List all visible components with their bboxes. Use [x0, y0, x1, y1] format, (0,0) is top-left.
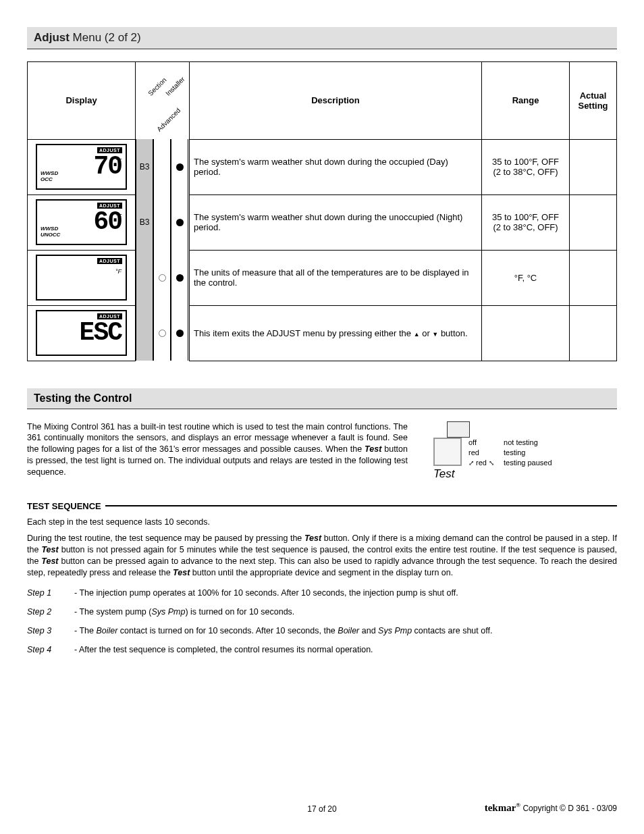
actual-cell	[570, 305, 617, 361]
table-row: ADJUSTESCThis item exits the ADJUST menu…	[28, 305, 617, 361]
testing-block: The Mixing Control 361 has a built-in te…	[27, 421, 617, 481]
adjust-menu-table: Display SectionInstallerAdvanced Descrip…	[27, 61, 617, 361]
col-display: Display	[28, 62, 136, 140]
step-row: Step 3- The Boiler contact is turned on …	[27, 626, 617, 635]
test-word: Test	[365, 444, 381, 454]
col-advanced: Advanced	[155, 107, 182, 133]
actual-cell	[570, 194, 617, 250]
step-row: Step 1- The injection pump operates at 1…	[27, 588, 617, 598]
description-cell: The system's warm weather shut down duri…	[190, 194, 482, 250]
copyright: Copyright © D 361 - 03/09	[522, 804, 617, 813]
description-cell: This item exits the ADJUST menu by press…	[190, 305, 482, 361]
access-cells	[136, 250, 190, 305]
step-text: - The system pump (Sys Pmp) is turned on…	[74, 607, 617, 617]
step-text: - After the test sequence is completed, …	[74, 645, 617, 654]
brand-logo: tekmar®	[485, 802, 520, 813]
sequence-intro: Each step in the test sequence lasts 10 …	[27, 517, 617, 528]
page-header: Adjust Menu (2 of 2)	[27, 27, 617, 49]
step-label: Step 3	[27, 626, 74, 635]
actual-cell	[570, 139, 617, 194]
steps-list: Step 1- The injection pump operates at 1…	[27, 588, 617, 654]
test-sequence-heading: TEST SEQUENCE	[27, 501, 617, 511]
col-installer: Installer	[164, 75, 186, 97]
step-text: - The Boiler contact is turned on for 10…	[74, 626, 617, 635]
table-row: ADJUST60°FWWSDUNOCCB3The system's warm w…	[28, 194, 617, 250]
display-cell: ADJUSTESC	[28, 305, 136, 361]
step-label: Step 4	[27, 645, 74, 654]
col-actual: Actual Setting	[570, 62, 617, 140]
sequence-paragraph: During the test routine, the test sequen…	[27, 533, 617, 579]
display-cell: ADJUST60°FWWSDUNOCC	[28, 194, 136, 250]
description-cell: The units of measure that all of the tem…	[190, 250, 482, 305]
indicator-box	[447, 421, 470, 438]
display-cell: ADJUST70°FWWSDOCC	[28, 139, 136, 194]
step-label: Step 2	[27, 607, 74, 617]
legend-meanings: not testing testing testing paused	[504, 438, 552, 469]
range-cell	[482, 305, 570, 361]
access-cells	[136, 305, 190, 361]
range-cell: °F, °C	[482, 250, 570, 305]
col-description: Description	[190, 62, 482, 140]
testing-title: Testing the Control	[27, 388, 617, 409]
actual-cell	[570, 250, 617, 305]
step-row: Step 4- After the test sequence is compl…	[27, 645, 617, 654]
range-cell: 35 to 100°F, OFF(2 to 38°C, OFF)	[482, 194, 570, 250]
step-text: - The injection pump operates at 100% fo…	[74, 588, 617, 598]
table-row: ADJUST°FThe units of measure that all of…	[28, 250, 617, 305]
access-cells: B3	[136, 194, 190, 250]
test-legend: off red ⤢ red ⤡ not testing testing test…	[468, 438, 552, 469]
page-number: 17 of 20	[307, 804, 336, 814]
range-cell: 35 to 100°F, OFF(2 to 38°C, OFF)	[482, 139, 570, 194]
header-bold: Adjust	[34, 31, 70, 44]
footer-right: tekmar® Copyright © D 361 - 03/09	[485, 802, 617, 814]
header-rest: Menu (2 of 2)	[70, 31, 141, 44]
test-button-label: Test	[433, 467, 462, 481]
col-range: Range	[482, 62, 570, 140]
test-button-graphic	[433, 438, 462, 466]
display-cell: ADJUST°F	[28, 250, 136, 305]
test-diagram: Test off red ⤢ red ⤡ not testing testing…	[428, 421, 617, 481]
step-label: Step 1	[27, 588, 74, 598]
description-cell: The system's warm weather shut down duri…	[190, 139, 482, 194]
step-row: Step 2- The system pump (Sys Pmp) is tur…	[27, 607, 617, 617]
table-row: ADJUST70°FWWSDOCCB3The system's warm wea…	[28, 139, 617, 194]
access-cells: B3	[136, 139, 190, 194]
page-footer: 17 of 20 tekmar® Copyright © D 361 - 03/…	[27, 802, 617, 814]
testing-paragraph: The Mixing Control 361 has a built-in te…	[27, 421, 408, 481]
legend-states: off red ⤢ red ⤡	[468, 438, 494, 469]
col-access-levels: SectionInstallerAdvanced	[136, 62, 190, 140]
